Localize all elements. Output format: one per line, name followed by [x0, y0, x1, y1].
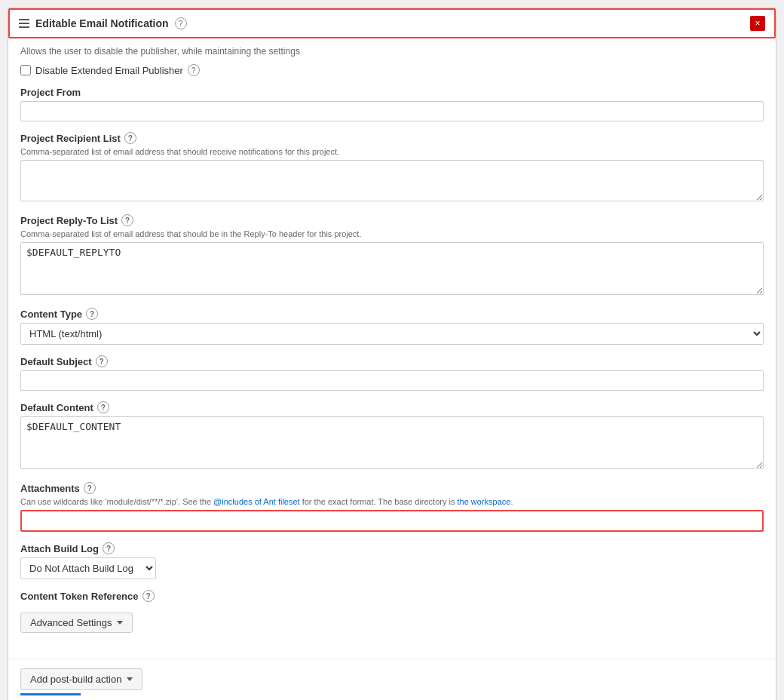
ant-fileset-link[interactable]: @includes of Ant fileset — [213, 497, 300, 506]
blue-accent-line — [20, 693, 81, 695]
add-post-build-chevron-icon — [127, 677, 133, 681]
attach-build-log-select[interactable]: Do Not Attach Build Log Attach Build Log… — [20, 557, 156, 579]
content-type-section: Content Type ? HTML (text/html) Plain Te… — [20, 308, 764, 345]
default-subject-section: Default Subject ? $DEFAULT_SUBJECT — [20, 355, 764, 391]
disable-publisher-checkbox[interactable] — [20, 65, 31, 75]
project-from-section: Project From — [20, 87, 764, 121]
attachments-help-icon[interactable]: ? — [84, 482, 96, 494]
disable-publisher-label: Disable Extended Email Publisher — [35, 65, 183, 76]
project-from-label: Project From — [20, 87, 764, 98]
advanced-settings-label: Advanced Settings — [30, 617, 112, 628]
attach-build-log-section: Attach Build Log ? Do Not Attach Build L… — [20, 542, 764, 579]
panel-header: Editable Email Notification ? × — [8, 8, 776, 38]
close-button[interactable]: × — [750, 16, 765, 31]
main-panel: Editable Email Notification ? × Allows t… — [8, 8, 776, 700]
panel-description: Allows the user to disable the publisher… — [20, 46, 764, 57]
project-replyto-label: Project Reply-To List ? — [20, 214, 764, 226]
hamburger-icon[interactable] — [19, 19, 29, 28]
advanced-settings-button[interactable]: Advanced Settings — [20, 612, 133, 633]
content-type-label: Content Type ? — [20, 308, 764, 320]
subject-help-icon[interactable]: ? — [96, 355, 108, 367]
footer-section: Add post-build action — [8, 659, 776, 700]
replyto-help-icon[interactable]: ? — [121, 214, 133, 226]
advanced-settings-section: Advanced Settings — [20, 612, 764, 633]
recipient-description: Comma-separated list of email address th… — [20, 147, 764, 156]
panel-title: Editable Email Notification — [35, 17, 169, 29]
default-content-input[interactable]: $DEFAULT_CONTENT — [20, 416, 764, 469]
attachments-section: Attachments ? Can use wildcards like 'mo… — [20, 482, 764, 532]
content-help-icon[interactable]: ? — [97, 401, 109, 413]
project-recipient-section: Project Recipient List ? Comma-separated… — [20, 132, 764, 204]
add-post-build-label: Add post-build action — [30, 674, 121, 685]
disable-publisher-help-icon[interactable]: ? — [188, 64, 200, 76]
content-token-label: Content Token Reference ? — [20, 590, 764, 602]
add-post-build-button[interactable]: Add post-build action — [20, 668, 142, 690]
project-from-input[interactable] — [20, 101, 764, 121]
attach-build-log-label: Attach Build Log ? — [20, 542, 764, 554]
recipient-help-icon[interactable]: ? — [124, 132, 136, 144]
token-help-icon[interactable]: ? — [142, 590, 155, 602]
project-recipient-input[interactable] — [20, 160, 764, 201]
panel-help-icon[interactable]: ? — [175, 17, 187, 29]
content-type-help-icon[interactable]: ? — [86, 308, 98, 320]
default-subject-input[interactable]: $DEFAULT_SUBJECT — [20, 370, 764, 391]
attachments-description: Can use wildcards like 'module/dist/**/*… — [20, 497, 764, 506]
panel-header-left: Editable Email Notification ? — [19, 17, 187, 29]
content-token-section: Content Token Reference ? — [20, 590, 764, 602]
attachments-label: Attachments ? — [20, 482, 764, 494]
project-recipient-label: Project Recipient List ? — [20, 132, 764, 144]
content-type-select[interactable]: HTML (text/html) Plain Text (text/plain)… — [20, 323, 764, 345]
project-replyto-input[interactable]: $DEFAULT_REPLYTO — [20, 242, 764, 295]
default-content-label: Default Content ? — [20, 401, 764, 413]
advanced-settings-chevron-icon — [117, 621, 123, 625]
panel-body: Allows the user to disable the publisher… — [8, 38, 776, 659]
project-replyto-section: Project Reply-To List ? Comma-separated … — [20, 214, 764, 297]
workspace-link[interactable]: the workspace — [458, 497, 511, 506]
disable-publisher-row: Disable Extended Email Publisher ? — [20, 64, 764, 76]
default-subject-label: Default Subject ? — [20, 355, 764, 367]
attachments-input[interactable]: **/Newman_HTML_Report.html — [20, 510, 764, 532]
attach-log-help-icon[interactable]: ? — [103, 542, 115, 554]
replyto-description: Comma-separated list of email address th… — [20, 229, 764, 238]
default-content-section: Default Content ? $DEFAULT_CONTENT — [20, 401, 764, 471]
